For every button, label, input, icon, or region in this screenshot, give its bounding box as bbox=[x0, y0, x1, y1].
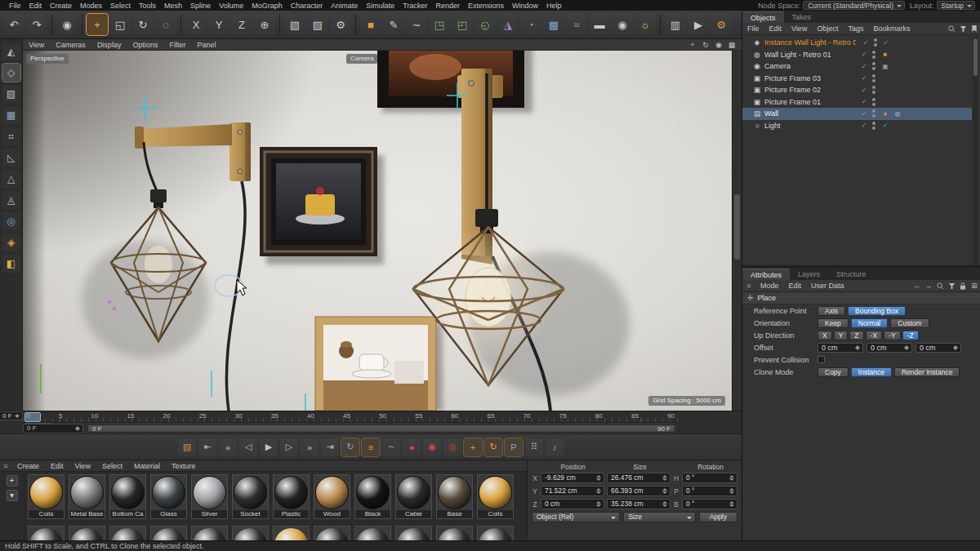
add-cube-icon[interactable]: ■ bbox=[360, 14, 381, 35]
simulation-icon[interactable]: ≈ bbox=[566, 14, 587, 35]
model-mode-icon[interactable]: ◇ bbox=[2, 64, 20, 82]
points-mode-icon[interactable]: ⠶ bbox=[2, 127, 20, 145]
tag-icon[interactable]: ● bbox=[880, 110, 890, 118]
toolbar-icon[interactable] bbox=[51, 15, 52, 34]
menubar-item[interactable]: Animate bbox=[327, 2, 362, 10]
prev-key-icon[interactable]: « bbox=[219, 438, 237, 456]
menubar-item[interactable]: File bbox=[5, 2, 25, 10]
offset-field[interactable]: 0 cm bbox=[817, 343, 863, 353]
orientation-option[interactable]: Keep bbox=[817, 318, 849, 328]
spline-icon[interactable]: ∼ bbox=[406, 14, 427, 35]
toolbar-icon[interactable] bbox=[279, 15, 280, 34]
visibility-dots[interactable] bbox=[873, 38, 878, 47]
search-icon[interactable] bbox=[934, 281, 946, 291]
enabled-check-icon[interactable]: ✓ bbox=[859, 63, 869, 70]
render-picture-viewer-icon[interactable]: ▨ bbox=[307, 14, 328, 35]
floor-icon[interactable]: ▬ bbox=[589, 14, 610, 35]
toolbar-icon[interactable] bbox=[355, 15, 356, 34]
fields-icon[interactable]: ◔ bbox=[520, 14, 541, 35]
toggle-views-icon[interactable]: ▦ bbox=[725, 40, 738, 50]
material-menu-item[interactable]: Select bbox=[96, 462, 128, 470]
object-label[interactable]: Wall Light - Retro 01 bbox=[764, 51, 831, 59]
material-preview-sphere[interactable] bbox=[193, 476, 226, 509]
scale-icon[interactable]: ◱ bbox=[109, 14, 131, 35]
add-material-icon[interactable]: + bbox=[7, 475, 18, 487]
material-bottom-ca[interactable]: Bottom Ca bbox=[109, 474, 146, 519]
menubar-item[interactable]: Volume bbox=[215, 2, 247, 10]
object-manager-tab[interactable]: Takes bbox=[784, 11, 820, 23]
material-tile[interactable] bbox=[273, 526, 310, 540]
material-tile[interactable] bbox=[354, 526, 391, 540]
up-direction-option[interactable]: -Z bbox=[902, 331, 919, 340]
tree-item-wall-light[interactable]: ◍ Wall Light - Retro 01 ✓ ■ bbox=[742, 49, 972, 61]
size-field[interactable]: 26.476 cm bbox=[607, 473, 670, 483]
material-menu-item[interactable]: Material bbox=[128, 462, 166, 470]
material-preview-sphere[interactable] bbox=[152, 476, 185, 509]
scrollbar-thumb[interactable] bbox=[973, 38, 978, 76]
object-manager-menu-item[interactable]: Object bbox=[812, 24, 843, 33]
toolbar-icon[interactable] bbox=[180, 15, 181, 34]
tag-icon[interactable]: ■ bbox=[880, 51, 890, 58]
material-tile[interactable] bbox=[477, 526, 514, 540]
viewport-menu-item[interactable]: View bbox=[23, 41, 50, 49]
up-direction-option[interactable]: -Y bbox=[884, 331, 901, 340]
viewport-solo-icon[interactable]: ◎ bbox=[2, 212, 20, 230]
next-frame-icon[interactable]: ▷ bbox=[280, 438, 298, 456]
object-label[interactable]: Camera bbox=[764, 62, 791, 70]
material-burger-icon[interactable]: ≡ bbox=[0, 462, 11, 470]
material-filter-icon[interactable]: ▾ bbox=[7, 490, 18, 501]
offset-field[interactable]: 0 cm bbox=[866, 343, 912, 353]
up-direction-option[interactable]: -X bbox=[866, 331, 883, 340]
keyframe-selection-icon[interactable]: ◎ bbox=[443, 438, 461, 456]
material-menu-item[interactable]: Texture bbox=[166, 462, 202, 470]
material-tile[interactable] bbox=[28, 526, 65, 540]
range-bar-end-label[interactable]: 90 F bbox=[653, 425, 675, 433]
clone-mode-option[interactable]: Copy bbox=[817, 367, 849, 377]
layout-grid-icon[interactable]: ⊞ bbox=[969, 281, 980, 291]
lock-z-icon[interactable]: Z bbox=[231, 14, 252, 35]
object-label[interactable]: Picture Frame 03 bbox=[764, 74, 821, 82]
snap-icon[interactable]: ◈ bbox=[2, 233, 20, 251]
range-bar-start-label[interactable]: 0 F bbox=[87, 425, 107, 433]
menubar-item[interactable]: Mesh bbox=[160, 2, 186, 10]
tree-item-instance-wall-light[interactable]: ◈ Instance Wall Light - Retro 01 ✓ ✓ bbox=[742, 37, 972, 49]
viewport-menu-item[interactable]: Filter bbox=[163, 41, 191, 49]
picture-frame-02[interactable] bbox=[260, 147, 384, 264]
material-tile[interactable] bbox=[232, 526, 269, 540]
material-preview-sphere[interactable] bbox=[438, 476, 471, 509]
visibility-dots[interactable] bbox=[871, 51, 876, 59]
enabled-check-icon[interactable]: ✓ bbox=[859, 98, 869, 105]
rotate-icon[interactable]: ↻ bbox=[132, 14, 154, 35]
menubar-item[interactable]: Tools bbox=[135, 2, 160, 10]
timeline-ruler[interactable]: 051015202530354045505560657075808590 bbox=[23, 411, 678, 423]
viewport[interactable]: ViewCamerasDisplayOptionsFilterPanel +↻◉… bbox=[23, 39, 742, 411]
autokey-icon[interactable]: ◉ bbox=[423, 438, 441, 456]
material-base[interactable]: Base bbox=[436, 474, 473, 519]
prevent-collision-checkbox[interactable] bbox=[817, 356, 825, 363]
toolbar-icon[interactable] bbox=[660, 15, 661, 34]
lock-x-icon[interactable]: X bbox=[185, 14, 207, 35]
material-glass[interactable]: Glass bbox=[150, 474, 187, 519]
record-keyframe-icon[interactable]: ● bbox=[403, 438, 421, 456]
object-label[interactable]: Instance Wall Light - Retro 01 bbox=[764, 38, 856, 47]
prev-frame-icon[interactable]: ◁ bbox=[239, 438, 257, 456]
range-start-field[interactable]: 0 F bbox=[23, 424, 83, 433]
up-direction-option[interactable]: Z bbox=[849, 331, 863, 340]
material-preview-sphere[interactable] bbox=[397, 476, 430, 509]
bookmark-icon[interactable] bbox=[969, 24, 980, 33]
tree-item-picture-frame-02[interactable]: ▣ Picture Frame 02 ✓ bbox=[742, 84, 972, 96]
size-field[interactable]: 66.393 cm bbox=[607, 486, 670, 496]
visibility-dots[interactable] bbox=[871, 98, 876, 106]
light-icon[interactable]: ☼ bbox=[635, 14, 656, 35]
tree-item-camera[interactable]: ◉ Camera ✓ ▣ bbox=[742, 60, 972, 73]
menubar-item[interactable]: Tracker bbox=[399, 2, 431, 10]
reference-point-option[interactable]: Axis bbox=[817, 306, 845, 316]
record-position-icon[interactable]: + bbox=[464, 438, 482, 456]
camera-icon[interactable]: ◉ bbox=[612, 14, 633, 35]
node-space-select[interactable]: Current (Standard/Physical) bbox=[803, 1, 905, 10]
workplane-icon[interactable]: ▦ bbox=[2, 106, 20, 124]
material-socket[interactable]: Socket bbox=[232, 474, 269, 519]
position-field[interactable]: 0 cm bbox=[541, 499, 604, 509]
viewport-menu-item[interactable]: Cameras bbox=[50, 41, 91, 49]
material-coils-2[interactable]: Coils bbox=[477, 474, 514, 519]
